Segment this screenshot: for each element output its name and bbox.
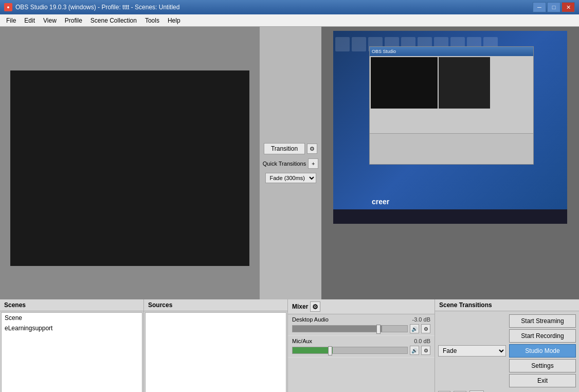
title-bar: ● OBS Studio 19.0.3 (windows) - Profile:… bbox=[0, 0, 579, 14]
desktop-text-overlay: creer bbox=[372, 198, 389, 206]
menu-profile[interactable]: Profile bbox=[61, 16, 86, 25]
start-recording-button[interactable]: Start Recording bbox=[509, 329, 576, 343]
mic-aux-slider[interactable] bbox=[292, 347, 408, 354]
scene-transitions-header: Scene Transitions bbox=[435, 299, 579, 311]
menu-help[interactable]: Help bbox=[164, 16, 185, 25]
right-preview: OBS Studio creer bbox=[321, 27, 579, 299]
scene-item-scene[interactable]: Scene bbox=[2, 313, 142, 323]
mic-aux-controls: 🔊 ⚙ bbox=[292, 346, 430, 355]
mic-aux-db: 0.0 dB bbox=[414, 338, 430, 344]
scene-transition-dropdown[interactable]: Fade bbox=[438, 345, 506, 357]
menu-bar: File Edit View Profile Scene Collection … bbox=[0, 14, 579, 27]
obs-left-screen bbox=[371, 57, 438, 109]
transition-controls: Transition ⚙ Quick Transitions + Fade (3… bbox=[260, 27, 321, 299]
scene-item-elearning[interactable]: eLearningsupport bbox=[2, 323, 142, 333]
minimize-button[interactable]: ─ bbox=[533, 2, 546, 12]
scenes-panel: Scenes Scene eLearningsupport + − ∧ ∨ bbox=[0, 299, 144, 392]
mic-aux-fill bbox=[293, 347, 333, 353]
left-preview bbox=[0, 27, 260, 299]
sources-list bbox=[145, 312, 286, 392]
menu-edit[interactable]: Edit bbox=[20, 16, 39, 25]
close-button[interactable]: ✕ bbox=[562, 2, 575, 12]
desktop-audio-thumb[interactable] bbox=[376, 325, 381, 334]
bottom-top: Scenes Scene eLearningsupport + − ∧ ∨ So… bbox=[0, 299, 579, 392]
st-fade-row: Fade Start Streaming Start Recording Stu… bbox=[438, 314, 576, 387]
mixer-panel: Mixer ⚙ Desktop Audio -3.0 dB 🔊 bbox=[288, 299, 435, 392]
transition-gear-icon[interactable]: ⚙ bbox=[307, 144, 317, 154]
mixer-header: Mixer ⚙ bbox=[288, 299, 435, 314]
window-controls: ─ □ ✕ bbox=[533, 2, 575, 12]
menu-scene-collection[interactable]: Scene Collection bbox=[86, 16, 141, 25]
mic-aux-settings[interactable]: ⚙ bbox=[421, 346, 430, 355]
right-preview-screen: OBS Studio creer bbox=[333, 31, 567, 224]
scenes-header: Scenes bbox=[0, 299, 143, 311]
maximize-button[interactable]: □ bbox=[547, 2, 560, 12]
desktop-taskbar bbox=[333, 209, 567, 224]
quick-transitions-row: Quick Transitions + bbox=[263, 158, 318, 169]
desktop-audio-mute[interactable]: 🔊 bbox=[410, 324, 419, 333]
desktop-audio-db: -3.0 dB bbox=[412, 316, 430, 323]
obs-right-screen bbox=[439, 57, 490, 109]
mixer-channel-mic: Mic/Aux 0.0 dB 🔊 ⚙ bbox=[288, 336, 435, 358]
menu-file[interactable]: File bbox=[2, 16, 20, 25]
start-streaming-button[interactable]: Start Streaming bbox=[509, 314, 576, 328]
scene-transitions-panel: Scene Transitions Fade Start Streaming S… bbox=[435, 299, 579, 392]
exit-button[interactable]: Exit bbox=[509, 374, 576, 387]
desktop-audio-settings[interactable]: ⚙ bbox=[421, 324, 430, 333]
fade-select-row[interactable]: Fade (300ms) bbox=[265, 173, 316, 183]
transition-button[interactable]: Transition bbox=[264, 143, 305, 154]
settings-button[interactable]: Settings bbox=[509, 359, 576, 372]
action-buttons: Start Streaming Start Recording Studio M… bbox=[509, 314, 576, 387]
bottom-panel: Scenes Scene eLearningsupport + − ∧ ∨ So… bbox=[0, 299, 579, 392]
menu-view[interactable]: View bbox=[39, 16, 61, 25]
quick-transitions-label: Quick Transitions bbox=[263, 161, 306, 167]
mic-aux-thumb[interactable] bbox=[328, 346, 332, 355]
obs-window-preview: OBS Studio bbox=[369, 46, 534, 165]
channel-desktop-header: Desktop Audio -3.0 dB bbox=[292, 316, 430, 323]
sources-panel: Sources + − ⚙ ∧ ∨ bbox=[144, 299, 288, 392]
channel-mic-header: Mic/Aux 0.0 dB bbox=[292, 338, 430, 344]
window-title: OBS Studio 19.0.3 (windows) - Profile: t… bbox=[15, 4, 533, 11]
mixer-channel-desktop: Desktop Audio -3.0 dB 🔊 ⚙ bbox=[288, 314, 435, 336]
preview-area: Transition ⚙ Quick Transitions + Fade (3… bbox=[0, 27, 579, 299]
mic-aux-label: Mic/Aux bbox=[292, 338, 312, 344]
studio-mode-button[interactable]: Studio Mode bbox=[509, 344, 576, 358]
mic-aux-mute[interactable]: 🔊 bbox=[410, 346, 419, 355]
desktop-audio-slider[interactable] bbox=[292, 325, 408, 332]
desktop-icon bbox=[352, 37, 366, 51]
desktop-icon bbox=[335, 37, 350, 51]
mixer-label: Mixer bbox=[292, 303, 308, 310]
left-preview-screen bbox=[10, 70, 249, 266]
app-icon: ● bbox=[4, 3, 12, 11]
scene-transitions-body: Fade Start Streaming Start Recording Stu… bbox=[435, 311, 579, 392]
desktop-audio-fill bbox=[293, 326, 382, 332]
fade-dropdown[interactable]: Fade (300ms) bbox=[265, 173, 316, 183]
desktop-audio-label: Desktop Audio bbox=[292, 316, 329, 323]
desktop-audio-controls: 🔊 ⚙ bbox=[292, 324, 430, 333]
obs-bottom-panel bbox=[370, 133, 533, 164]
menu-tools[interactable]: Tools bbox=[141, 16, 164, 25]
obs-window-title: OBS Studio bbox=[370, 47, 533, 56]
transition-row: Transition ⚙ bbox=[264, 143, 317, 154]
sources-header: Sources bbox=[144, 299, 287, 311]
scenes-list: Scene eLearningsupport bbox=[1, 312, 142, 392]
quick-transitions-add-icon[interactable]: + bbox=[308, 158, 318, 169]
main-content: Transition ⚙ Quick Transitions + Fade (3… bbox=[0, 27, 579, 392]
desktop-preview: OBS Studio creer bbox=[333, 31, 567, 224]
mixer-gear-icon[interactable]: ⚙ bbox=[310, 301, 320, 312]
